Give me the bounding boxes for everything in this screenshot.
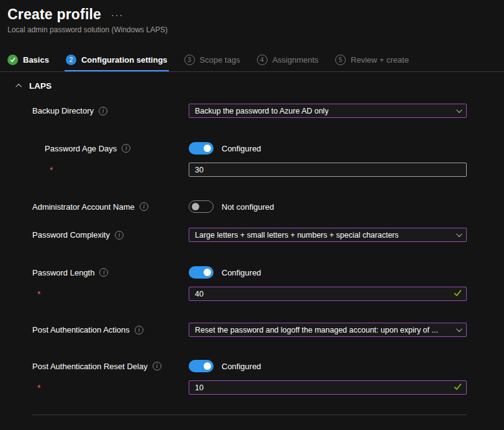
page-subtitle: Local admin password solution (Windows L… [7, 25, 497, 34]
field-password-complexity: Password Complexity i Large letters + sm… [32, 228, 467, 242]
tab-label: Configuration settings [81, 55, 168, 65]
password-complexity-dropdown[interactable]: Large letters + small letters + numbers … [189, 228, 467, 242]
info-icon[interactable]: i [99, 107, 107, 115]
password-age-days-toggle[interactable] [189, 142, 214, 155]
step-complete-check-icon [7, 55, 18, 65]
blade-header: Create profile ··· Local admin password … [0, 0, 504, 34]
tab-review-create[interactable]: 5 Review + create [335, 55, 409, 71]
tab-label: Assignments [272, 55, 318, 65]
info-icon[interactable]: i [135, 326, 143, 334]
field-label: Administrator Account Name i [32, 202, 189, 212]
field-administrator-account-name: Administrator Account Name i Not configu… [32, 200, 467, 213]
info-icon[interactable]: i [153, 362, 161, 370]
toggle-state-label: Configured [222, 144, 261, 153]
tab-basics[interactable]: Basics [7, 55, 49, 71]
tab-configuration-settings[interactable]: 2 Configuration settings [66, 55, 168, 71]
tab-label: Basics [23, 55, 49, 65]
toggle-knob [204, 362, 211, 370]
field-password-length: Password Length i * Configured [32, 266, 467, 301]
post-authentication-actions-dropdown[interactable]: Reset the password and logoff the manage… [189, 323, 467, 337]
field-post-authentication-reset-delay: Post Authentication Reset Delay i * Conf… [32, 359, 467, 395]
label-text: Password Length [32, 268, 94, 277]
toggle-knob [204, 269, 211, 276]
step-number-badge: 3 [184, 55, 195, 65]
toggle-state-label: Not configured [222, 202, 274, 212]
label-text: Password Complexity [32, 230, 110, 240]
step-number-badge: 2 [66, 55, 76, 65]
dropdown-value: Backup the password to Azure AD only [195, 107, 328, 115]
toggle-knob [192, 203, 199, 210]
create-profile-blade: Create profile ··· Local admin password … [0, 0, 504, 430]
toggle-knob [204, 145, 211, 152]
chevron-down-icon [456, 231, 462, 237]
chevron-up-icon [16, 84, 22, 90]
valid-check-icon [454, 289, 462, 297]
chevron-down-icon [456, 107, 462, 113]
label-text: Post Authentication Actions [32, 325, 130, 334]
toggle-state-label: Configured [222, 268, 261, 277]
tab-label: Scope tags [200, 55, 240, 65]
field-label: Password Age Days i [32, 141, 189, 155]
required-asterisk: * [32, 380, 189, 395]
field-label: Backup Directory i [32, 106, 189, 115]
page-title: Create profile [7, 6, 101, 23]
toggle-state-label: Configured [222, 362, 261, 371]
laps-settings-form: Backup Directory i Backup the password t… [0, 104, 504, 415]
label-text: Post Authentication Reset Delay [32, 362, 148, 371]
required-asterisk: * [32, 163, 189, 177]
info-icon[interactable]: i [122, 144, 130, 153]
dropdown-value: Reset the password and logoff the manage… [195, 326, 438, 334]
divider [32, 414, 467, 415]
valid-check-icon [454, 383, 462, 391]
info-icon[interactable]: i [140, 202, 148, 211]
field-label: Post Authentication Actions i [32, 325, 189, 334]
field-label: Password Complexity i [32, 230, 189, 240]
info-icon[interactable]: i [99, 268, 108, 277]
section-title: LAPS [29, 81, 52, 91]
administrator-account-name-toggle[interactable] [189, 200, 214, 213]
field-post-authentication-actions: Post Authentication Actions i Reset the … [32, 323, 467, 337]
label-text: Backup Directory [32, 106, 94, 115]
field-label: Password Length i [32, 266, 189, 279]
tab-label: Review + create [351, 55, 409, 65]
field-label: Post Authentication Reset Delay i [32, 359, 189, 373]
dropdown-value: Large letters + small letters + numbers … [195, 231, 398, 240]
tab-scope-tags[interactable]: 3 Scope tags [184, 55, 240, 71]
label-text: Password Age Days [45, 144, 117, 153]
tab-assignments[interactable]: 4 Assignments [257, 55, 318, 71]
step-number-badge: 4 [257, 55, 268, 65]
label-text: Administrator Account Name [32, 202, 135, 212]
post-authentication-reset-delay-toggle[interactable] [189, 360, 214, 372]
divider [0, 71, 504, 72]
laps-section-header[interactable]: LAPS [17, 81, 504, 91]
password-length-input[interactable] [189, 287, 467, 301]
required-asterisk: * [32, 287, 189, 301]
field-password-age-days: Password Age Days i * Configured [32, 141, 467, 177]
password-age-days-input[interactable] [189, 163, 467, 177]
chevron-down-icon [456, 326, 462, 332]
post-authentication-reset-delay-input[interactable] [189, 380, 467, 395]
field-backup-directory: Backup Directory i Backup the password t… [32, 104, 467, 118]
password-length-toggle[interactable] [189, 266, 214, 279]
more-menu-ellipsis-icon[interactable]: ··· [111, 12, 124, 18]
step-number-badge: 5 [335, 55, 346, 65]
info-icon[interactable]: i [115, 231, 124, 240]
backup-directory-dropdown[interactable]: Backup the password to Azure AD only [189, 104, 467, 118]
wizard-steps: Basics 2 Configuration settings 3 Scope … [0, 55, 504, 71]
